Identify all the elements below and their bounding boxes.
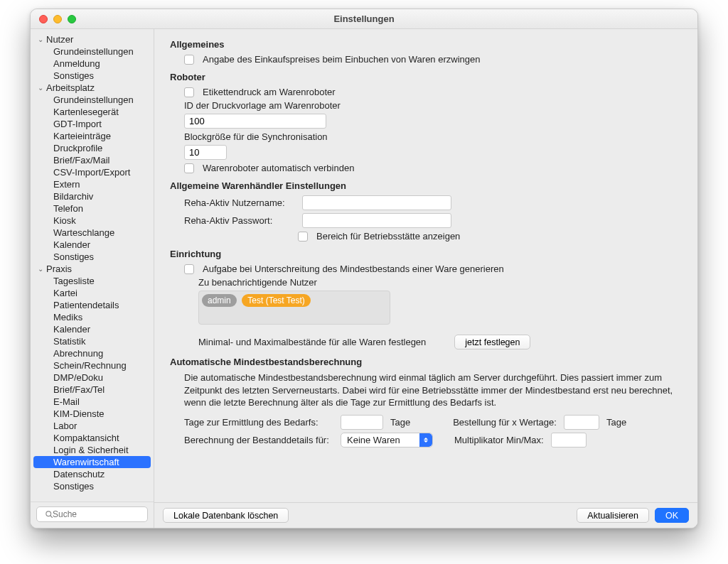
label: Etikettendruck am Warenroboter bbox=[203, 87, 336, 97]
sidebar-item[interactable]: Kalender bbox=[33, 239, 151, 251]
user-token[interactable]: admin bbox=[202, 294, 237, 307]
label: Reha-Aktiv Nutzername: bbox=[184, 197, 298, 208]
sidebar-item[interactable]: Druckprofile bbox=[33, 142, 151, 154]
sidebar-item[interactable]: Mediks bbox=[33, 311, 151, 323]
select-calc-for[interactable]: Keine Waren bbox=[341, 433, 433, 448]
input-block-size[interactable] bbox=[184, 145, 227, 160]
btn-ok[interactable]: OK bbox=[655, 508, 689, 523]
sidebar: ⌄ Nutzer Grundeinstellungen Anmeldung So… bbox=[31, 29, 154, 528]
window-title: Einstellungen bbox=[31, 13, 697, 24]
sidebar-tree: ⌄ Nutzer Grundeinstellungen Anmeldung So… bbox=[31, 29, 154, 501]
label: Tage zur Ermittlung des Bedarfs: bbox=[184, 417, 333, 428]
sidebar-item[interactable]: Kalender bbox=[33, 323, 151, 335]
auto-description: Die automatische Mindestbestandsberechnu… bbox=[184, 372, 682, 409]
content-pane: Allgemeines Angabe des Einkaufspreises b… bbox=[154, 29, 697, 528]
label: Bestellung für x Wertage: bbox=[453, 417, 557, 428]
label: Blockgröße für die Synchronisation bbox=[184, 131, 328, 142]
sidebar-item[interactable]: Kartei bbox=[33, 287, 151, 299]
sidebar-item[interactable]: Karteieinträge bbox=[33, 130, 151, 142]
sidebar-item[interactable]: Tagesliste bbox=[33, 275, 151, 287]
chevron-down-icon: ⌄ bbox=[38, 265, 45, 273]
section-title-roboter: Roboter bbox=[170, 72, 682, 82]
sidebar-item[interactable]: Kompaktansicht bbox=[33, 432, 151, 444]
sidebar-group-label: Arbeitsplatz bbox=[46, 82, 95, 93]
btn-delete-local-db[interactable]: Lokale Datenbank löschen bbox=[163, 508, 289, 523]
sidebar-item[interactable]: GDT-Import bbox=[33, 118, 151, 130]
chevron-down-icon: ⌄ bbox=[38, 36, 45, 43]
sidebar-item[interactable]: Extern bbox=[33, 178, 151, 190]
sidebar-item[interactable]: Sonstiges bbox=[33, 251, 151, 263]
sidebar-item[interactable]: Abrechnung bbox=[33, 347, 151, 359]
sidebar-item[interactable]: Telefon bbox=[33, 202, 151, 215]
sidebar-group-label: Praxis bbox=[46, 264, 72, 274]
sidebar-item[interactable]: Schein/Rechnung bbox=[33, 359, 151, 372]
unit: Tage bbox=[606, 417, 626, 428]
label: Bereich für Betriebsstätte anzeigen bbox=[316, 231, 460, 242]
sidebar-item[interactable]: Datenschutz bbox=[33, 468, 151, 480]
sidebar-item[interactable]: KIM-Dienste bbox=[33, 408, 151, 420]
sidebar-item[interactable]: Warteschlange bbox=[33, 227, 151, 239]
sidebar-item[interactable]: Grundeinstellungen bbox=[33, 45, 151, 58]
input-template-id[interactable] bbox=[184, 114, 326, 129]
input-order-days[interactable] bbox=[564, 415, 599, 430]
label: Zu benachrichtigende Nutzer bbox=[198, 277, 317, 288]
sidebar-item-warenwirtschaft[interactable]: Warenwirtschaft bbox=[33, 456, 151, 468]
sidebar-item[interactable]: Kartenlesegerät bbox=[33, 106, 151, 118]
select-value: Keine Waren bbox=[347, 435, 400, 445]
label: Angabe des Einkaufspreises beim Einbuche… bbox=[203, 54, 480, 65]
section-title-einrichtung: Einrichtung bbox=[170, 249, 682, 259]
user-token[interactable]: Test (Test Test) bbox=[242, 294, 310, 307]
chk-auto-connect-robot[interactable] bbox=[184, 163, 194, 173]
label: Warenroboter automatisch verbinden bbox=[203, 163, 354, 173]
sidebar-item[interactable]: Labor bbox=[33, 420, 151, 432]
label: ID der Druckvorlage am Warenroboter bbox=[184, 100, 341, 111]
settings-window: Einstellungen ⌄ Nutzer Grundeinstellunge… bbox=[30, 9, 698, 528]
input-multiplier[interactable] bbox=[551, 433, 587, 448]
sidebar-item[interactable]: Grundeinstellungen bbox=[33, 94, 151, 106]
titlebar: Einstellungen bbox=[31, 9, 697, 29]
sidebar-item[interactable]: Brief/Fax/Tel bbox=[33, 384, 151, 396]
sidebar-item[interactable]: Kiosk bbox=[33, 215, 151, 227]
search-input[interactable] bbox=[36, 506, 148, 522]
sidebar-group-praxis[interactable]: ⌄ Praxis bbox=[31, 263, 154, 275]
sidebar-group-arbeitsplatz[interactable]: ⌄ Arbeitsplatz bbox=[31, 82, 154, 94]
input-reha-pass[interactable] bbox=[302, 213, 451, 228]
section-title-allgemeines: Allgemeines bbox=[170, 39, 682, 50]
chk-show-site-area[interactable] bbox=[298, 232, 308, 242]
label: Aufgabe bei Unterschreitung des Mindestb… bbox=[203, 264, 504, 274]
input-reha-user[interactable] bbox=[302, 195, 451, 210]
chk-label-print-robot[interactable] bbox=[184, 87, 194, 97]
chevron-down-icon: ⌄ bbox=[38, 84, 45, 92]
sidebar-item[interactable]: Statistik bbox=[33, 335, 151, 347]
sidebar-item[interactable]: Bildarchiv bbox=[33, 190, 151, 202]
sidebar-item[interactable]: Sonstiges bbox=[33, 480, 151, 492]
label: Reha-Aktiv Passwort: bbox=[184, 215, 298, 226]
section-title-haendler: Allgemeine Warenhändler Einstellungen bbox=[170, 180, 682, 191]
sidebar-item[interactable]: Login & Sicherheit bbox=[33, 444, 151, 456]
label: Multiplikator Min/Max: bbox=[454, 435, 544, 445]
sidebar-item[interactable]: E-Mail bbox=[33, 396, 151, 408]
label: Minimal- und Maximalbestände für alle Wa… bbox=[198, 337, 426, 347]
sidebar-item[interactable]: Sonstiges bbox=[33, 70, 151, 82]
notify-users-field[interactable]: admin Test (Test Test) bbox=[198, 291, 390, 325]
input-days-demand[interactable] bbox=[341, 415, 383, 430]
footer: Lokale Datenbank löschen Aktualisieren O… bbox=[154, 502, 697, 528]
btn-refresh[interactable]: Aktualisieren bbox=[577, 508, 649, 523]
sidebar-group-label: Nutzer bbox=[46, 34, 73, 45]
sidebar-item[interactable]: DMP/eDoku bbox=[33, 372, 151, 384]
sidebar-item[interactable]: Brief/Fax/Mail bbox=[33, 154, 151, 166]
chk-gen-minstock-task[interactable] bbox=[184, 264, 194, 274]
sidebar-item[interactable]: CSV-Import/Export bbox=[33, 166, 151, 178]
sidebar-item[interactable]: Patientendetails bbox=[33, 299, 151, 311]
btn-set-now[interactable]: jetzt festlegen bbox=[454, 335, 530, 349]
sidebar-item[interactable]: Anmeldung bbox=[33, 58, 151, 70]
sidebar-group-nutzer[interactable]: ⌄ Nutzer bbox=[31, 33, 154, 45]
chk-require-purchase-price[interactable] bbox=[184, 55, 194, 65]
section-title-auto: Automatische Mindestbestandsberechnung bbox=[170, 357, 682, 367]
label: Berechnung der Bestanddetails für: bbox=[184, 435, 333, 445]
chevron-updown-icon bbox=[419, 433, 432, 447]
unit: Tage bbox=[390, 417, 410, 428]
